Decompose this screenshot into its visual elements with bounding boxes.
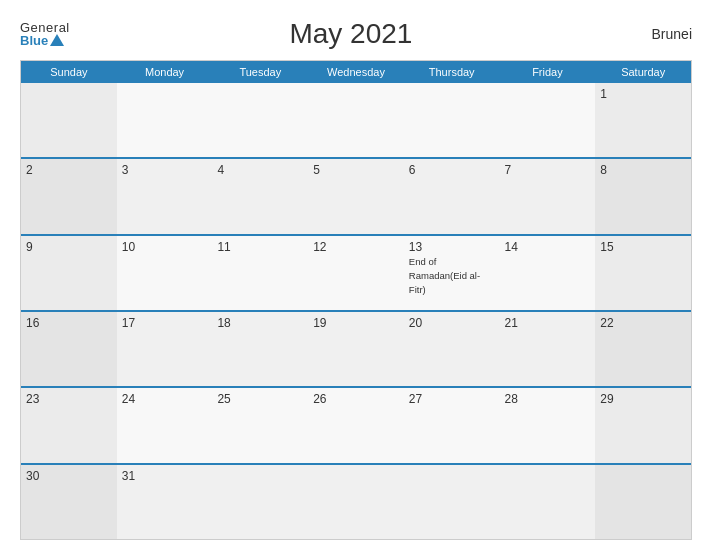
- calendar-cell: 14: [500, 236, 596, 310]
- calendar-cell: 24: [117, 388, 213, 462]
- day-number: 23: [26, 392, 112, 406]
- calendar-cell: [500, 465, 596, 539]
- calendar-cell: 27: [404, 388, 500, 462]
- day-number: 30: [26, 469, 112, 483]
- day-number: 6: [409, 163, 495, 177]
- calendar-cell: [308, 465, 404, 539]
- day-number: 3: [122, 163, 208, 177]
- calendar-header: Sunday Monday Tuesday Wednesday Thursday…: [21, 61, 691, 83]
- day-number: 31: [122, 469, 208, 483]
- calendar-cell: 29: [595, 388, 691, 462]
- calendar-cell: 23: [21, 388, 117, 462]
- calendar-cell: 25: [212, 388, 308, 462]
- day-number: 29: [600, 392, 686, 406]
- calendar-cell: 7: [500, 159, 596, 233]
- day-number: 24: [122, 392, 208, 406]
- day-number: 17: [122, 316, 208, 330]
- calendar-cell: [212, 465, 308, 539]
- day-number: 19: [313, 316, 399, 330]
- header: General Blue May 2021 Brunei: [20, 18, 692, 50]
- header-thursday: Thursday: [404, 61, 500, 83]
- calendar-cell: 1: [595, 83, 691, 157]
- header-wednesday: Wednesday: [308, 61, 404, 83]
- calendar-cell: 4: [212, 159, 308, 233]
- logo-triangle-icon: [50, 34, 64, 46]
- calendar-cell: [404, 83, 500, 157]
- calendar-cell: 28: [500, 388, 596, 462]
- day-number: 1: [600, 87, 686, 101]
- logo: General Blue: [20, 21, 70, 47]
- day-number: 20: [409, 316, 495, 330]
- calendar-cell: 11: [212, 236, 308, 310]
- calendar-cell: 16: [21, 312, 117, 386]
- calendar-cell: 18: [212, 312, 308, 386]
- calendar-week-5: 23242526272829: [21, 386, 691, 462]
- day-number: 10: [122, 240, 208, 254]
- day-number: 9: [26, 240, 112, 254]
- header-saturday: Saturday: [595, 61, 691, 83]
- logo-blue-word: Blue: [20, 34, 48, 47]
- calendar-cell: 5: [308, 159, 404, 233]
- logo-blue-text: Blue: [20, 34, 64, 47]
- calendar-cell: 10: [117, 236, 213, 310]
- calendar-week-4: 16171819202122: [21, 310, 691, 386]
- day-number: 14: [505, 240, 591, 254]
- day-number: 21: [505, 316, 591, 330]
- day-number: 26: [313, 392, 399, 406]
- header-monday: Monday: [117, 61, 213, 83]
- calendar-cell: [212, 83, 308, 157]
- calendar-cell: 12: [308, 236, 404, 310]
- calendar-body: 12345678910111213End of Ramadan(Eid al-F…: [21, 83, 691, 539]
- calendar-cell: 31: [117, 465, 213, 539]
- calendar-cell: 30: [21, 465, 117, 539]
- calendar-cell: [308, 83, 404, 157]
- calendar-cell: 22: [595, 312, 691, 386]
- day-number: 25: [217, 392, 303, 406]
- day-number: 4: [217, 163, 303, 177]
- calendar-week-6: 3031: [21, 463, 691, 539]
- day-number: 8: [600, 163, 686, 177]
- day-number: 16: [26, 316, 112, 330]
- calendar-cell: 26: [308, 388, 404, 462]
- day-number: 7: [505, 163, 591, 177]
- calendar-cell: [21, 83, 117, 157]
- page: General Blue May 2021 Brunei Sunday Mond…: [0, 0, 712, 550]
- calendar-cell: 20: [404, 312, 500, 386]
- calendar-cell: 6: [404, 159, 500, 233]
- calendar-title: May 2021: [70, 18, 632, 50]
- calendar-cell: 21: [500, 312, 596, 386]
- day-number: 5: [313, 163, 399, 177]
- day-number: 22: [600, 316, 686, 330]
- header-friday: Friday: [500, 61, 596, 83]
- day-number: 28: [505, 392, 591, 406]
- day-number: 2: [26, 163, 112, 177]
- calendar-cell: [595, 465, 691, 539]
- calendar-cell: 19: [308, 312, 404, 386]
- event-label: End of Ramadan: [409, 256, 450, 281]
- day-number: 12: [313, 240, 399, 254]
- calendar-cell: 9: [21, 236, 117, 310]
- calendar-cell: [117, 83, 213, 157]
- calendar-week-1: 1: [21, 83, 691, 157]
- header-tuesday: Tuesday: [212, 61, 308, 83]
- calendar-week-2: 2345678: [21, 157, 691, 233]
- calendar-week-3: 910111213End of Ramadan(Eid al-Fitr)1415: [21, 234, 691, 310]
- calendar-cell: 17: [117, 312, 213, 386]
- calendar-cell: 2: [21, 159, 117, 233]
- day-number: 27: [409, 392, 495, 406]
- calendar-cell: [404, 465, 500, 539]
- calendar: Sunday Monday Tuesday Wednesday Thursday…: [20, 60, 692, 540]
- day-number: 15: [600, 240, 686, 254]
- calendar-cell: 3: [117, 159, 213, 233]
- calendar-cell: 8: [595, 159, 691, 233]
- calendar-cell: [500, 83, 596, 157]
- day-number: 11: [217, 240, 303, 254]
- calendar-cell: 15: [595, 236, 691, 310]
- country-label: Brunei: [632, 26, 692, 42]
- calendar-cell: 13End of Ramadan(Eid al-Fitr): [404, 236, 500, 310]
- day-number: 13: [409, 240, 495, 254]
- day-number: 18: [217, 316, 303, 330]
- header-sunday: Sunday: [21, 61, 117, 83]
